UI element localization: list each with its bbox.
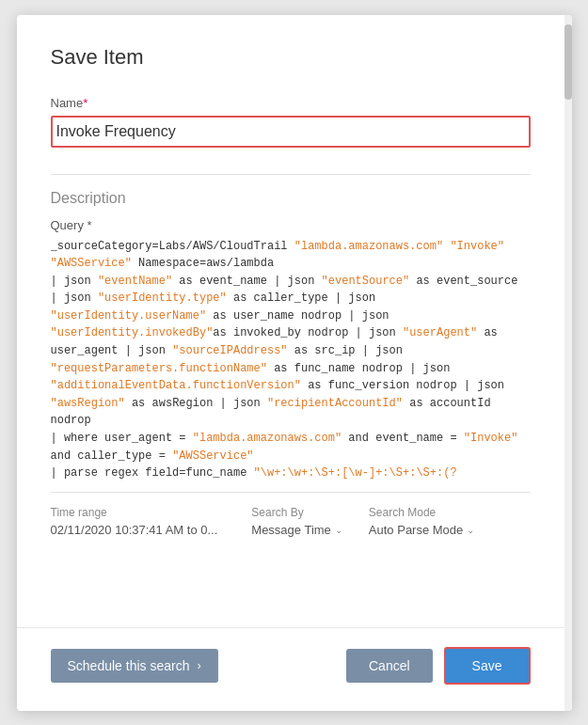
- modal-wrapper: Save Item Name* Description Query * _sou…: [0, 0, 588, 725]
- modal-content: Save Item Name* Description Query * _sou…: [17, 15, 572, 627]
- scrollbar-track[interactable]: [564, 15, 572, 711]
- search-by-field: Search By Message Time ⌄: [251, 506, 342, 537]
- name-input-wrapper: [51, 116, 531, 148]
- save-item-modal: Save Item Name* Description Query * _sou…: [17, 15, 572, 711]
- search-by-chevron-icon: ⌄: [335, 525, 342, 535]
- modal-title: Save Item: [51, 45, 531, 70]
- divider-1: [51, 174, 531, 175]
- name-input[interactable]: [53, 118, 529, 146]
- time-range-field: Time range 02/11/2020 10:37:41 AM to 0..…: [51, 506, 218, 537]
- query-box: _sourceCategory=Labs/AWS/CloudTrail "lam…: [51, 238, 531, 482]
- query-label: Query *: [51, 218, 531, 232]
- search-by-value[interactable]: Message Time ⌄: [251, 523, 342, 537]
- scrollbar-thumb[interactable]: [564, 24, 572, 100]
- time-range-label: Time range: [51, 506, 218, 519]
- name-field-label: Name*: [51, 96, 531, 110]
- cancel-button[interactable]: Cancel: [346, 649, 433, 683]
- search-mode-value[interactable]: Auto Parse Mode ⌄: [369, 523, 474, 537]
- schedule-search-button[interactable]: Schedule this search ›: [51, 649, 218, 683]
- footer-fields: Time range 02/11/2020 10:37:41 AM to 0..…: [51, 492, 531, 537]
- search-mode-field: Search Mode Auto Parse Mode ⌄: [369, 506, 474, 537]
- save-button[interactable]: Save: [444, 647, 531, 685]
- description-label: Description: [51, 190, 531, 207]
- search-by-label: Search By: [251, 506, 342, 519]
- time-range-value: 02/11/2020 10:37:41 AM to 0...: [51, 523, 218, 537]
- search-mode-label: Search Mode: [369, 506, 474, 519]
- modal-buttons: Schedule this search › Cancel Save: [17, 627, 572, 711]
- search-mode-chevron-icon: ⌄: [467, 525, 474, 535]
- schedule-chevron-icon: ›: [197, 658, 200, 672]
